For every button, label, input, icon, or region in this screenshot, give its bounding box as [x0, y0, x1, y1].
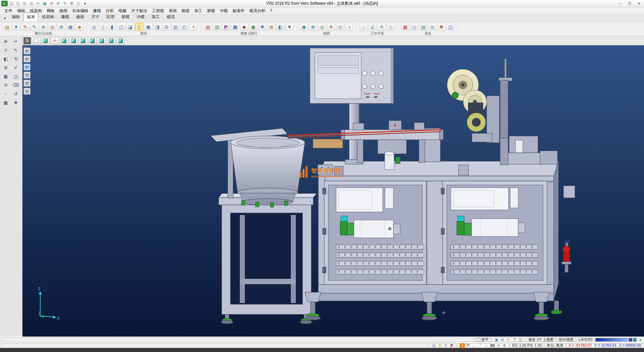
ribbon-icon[interactable]: ◆ — [240, 23, 248, 31]
move-tool-icon[interactable]: ✜ — [1, 37, 10, 45]
tab-建模[interactable]: 建模 — [58, 13, 72, 21]
menu-item-加工[interactable]: 加工 — [192, 7, 205, 14]
render-sphere-icon[interactable]: ● — [638, 338, 643, 342]
color-swatch[interactable] — [629, 338, 632, 342]
viewport-tool-button[interactable]: ▤ — [23, 80, 31, 87]
control-monitor[interactable] — [310, 48, 393, 103]
ribbon-icon[interactable]: ✛ — [327, 23, 335, 31]
menu-item-标准件[interactable]: 标准件 — [230, 7, 247, 14]
color-swatch[interactable] — [633, 338, 637, 342]
box-tool-icon[interactable]: ▫ — [1, 90, 10, 98]
iso-view-button[interactable] — [98, 37, 106, 44]
iso-view-button[interactable] — [116, 37, 125, 44]
left-cabinet-door[interactable] — [323, 181, 426, 284]
3d-viewport[interactable]: Z X ▤▤▤▤▤▤ 智造资料网 — [22, 45, 644, 337]
ribbon-icon[interactable]: ◨ — [153, 23, 161, 31]
open-file-icon[interactable]: ⎗ — [15, 1, 21, 6]
two-views-icon[interactable]: ② — [1, 81, 10, 89]
ime-punct[interactable]: 。 — [472, 343, 477, 348]
new-file-icon[interactable]: ❏ — [8, 1, 14, 6]
snap-tool-icon[interactable]: ❖ — [11, 98, 20, 106]
delete-tool-icon[interactable]: ⌫ — [11, 81, 20, 89]
ribbon-icon[interactable]: ⊞ — [428, 23, 436, 31]
tab-曲面[interactable]: 曲面 — [73, 13, 88, 21]
layer-color-bar[interactable] — [595, 338, 628, 342]
iso-view-button[interactable] — [69, 37, 78, 44]
undo-icon[interactable]: ⟲ — [48, 1, 55, 6]
ribbon-icon[interactable]: ▦ — [401, 23, 409, 31]
tab-标准[interactable]: 标准 — [23, 13, 38, 21]
undo-view-icon[interactable]: ↺ — [11, 90, 20, 98]
ribbon-icon[interactable]: ✎ — [30, 23, 38, 31]
ribbon-icon[interactable]: ◎ — [318, 23, 326, 31]
ribbon-icon[interactable]: ⊕ — [39, 23, 47, 31]
rotate-ccw-icon[interactable]: ⟲ — [11, 55, 20, 63]
ribbon-icon[interactable]: ◻ — [410, 23, 418, 31]
menu-item-塑模[interactable]: 塑模 — [205, 7, 217, 14]
trim-tool-icon[interactable]: ✂ — [11, 37, 20, 45]
ribbon-icon[interactable]: ◧ — [276, 23, 284, 31]
viewport-tool-button[interactable]: ▤ — [23, 63, 31, 71]
menu-item-模流分析[interactable]: 模流分析 — [247, 7, 268, 14]
tab-塑模[interactable]: 塑模 — [118, 13, 133, 21]
ribbon-icon[interactable]: ✛ — [378, 23, 386, 31]
viewport-canvas[interactable]: Z X — [22, 45, 644, 337]
ribbon-icon[interactable]: ⊕ — [309, 23, 317, 31]
tape-reel-unit[interactable] — [447, 59, 512, 165]
status-settings-icon[interactable]: ⚙ — [500, 338, 505, 342]
status2-palette-icon[interactable]: ◩ — [449, 343, 454, 348]
ribbon-icon[interactable]: ⊟ — [162, 23, 170, 31]
visi-logo[interactable]: V — [1, 1, 8, 6]
status2-doc-icon[interactable]: ▤ — [431, 343, 436, 348]
view-menu-button[interactable]: ☰ — [23, 37, 31, 44]
ribbon-icon[interactable]: ∠ — [369, 23, 377, 31]
viewport-tool-button[interactable]: ▤ — [23, 55, 31, 62]
snap-lock-toggle[interactable]: 拴牢 — [475, 338, 491, 342]
ribbon-icon[interactable]: ✎ — [21, 23, 29, 31]
ribbon-icon[interactable]: ◩ — [222, 23, 230, 31]
ribbon-icon[interactable]: ⊞ — [267, 23, 275, 31]
sketch-tool-icon[interactable]: ✎ — [11, 46, 20, 54]
ribbon-icon[interactable]: ◰ — [180, 23, 189, 31]
status2-mail-icon[interactable]: ✉ — [437, 343, 442, 348]
tab-尺寸[interactable]: 尺寸 — [88, 13, 103, 21]
status-help-icon[interactable]: ? — [512, 338, 517, 342]
half-view-icon[interactable]: ◧ — [1, 55, 10, 63]
tab-线架构[interactable]: 线架构 — [39, 13, 57, 21]
tab-加工[interactable]: 加工 — [148, 13, 163, 21]
right-cabinet-door[interactable] — [441, 181, 547, 284]
viewport-tool-button[interactable]: ▤ — [23, 88, 31, 95]
ribbon-icon[interactable]: ◪ — [126, 23, 134, 31]
edit-icon[interactable]: ✎ — [62, 1, 68, 6]
ribbon-icon[interactable]: ✦ — [190, 23, 198, 31]
ribbon-icon[interactable]: ▨ — [213, 23, 221, 31]
close-button[interactable]: ✕ — [634, 0, 644, 7]
ime-settings[interactable]: ⚙ — [502, 343, 507, 348]
save-file-icon[interactable]: ⎘ — [21, 1, 28, 6]
mesh-tool-icon[interactable]: ▦ — [1, 72, 10, 80]
iso-view-button[interactable] — [88, 37, 97, 44]
ribbon-icon[interactable]: ⊞ — [57, 23, 65, 31]
iso-view-button[interactable] — [41, 37, 50, 44]
ribbon-icon[interactable]: ▯ — [99, 23, 107, 31]
layer-selector[interactable]: LAYER0 — [577, 338, 594, 342]
ribbon-icon[interactable]: ▧ — [204, 23, 212, 31]
settings-tool-icon[interactable]: ⚙ — [1, 63, 10, 72]
status-display-icon[interactable]: ▣ — [494, 338, 499, 342]
viewport-tool-button[interactable]: ▤ — [23, 72, 31, 79]
ribbon-icon[interactable]: ◑ — [345, 23, 353, 31]
ribbon-icon[interactable]: ◆ — [75, 23, 84, 31]
settings-icon[interactable]: ⚙ — [68, 1, 75, 6]
status-edit-icon[interactable]: ✎ — [506, 338, 511, 342]
ribbon-icon[interactable]: ⊥ — [360, 23, 368, 31]
minimize-button[interactable]: ─ — [615, 0, 625, 7]
tab-list-dropdown[interactable]: ▼ — [1, 15, 8, 21]
tab-冲模[interactable]: 冲模 — [133, 13, 148, 21]
ribbon-icon[interactable]: ▤ — [3, 23, 11, 31]
menu-item-冲模[interactable]: 冲模 — [217, 7, 230, 14]
ribbon-icon[interactable]: ▩ — [231, 23, 239, 31]
ribbon-icon[interactable]: ▣ — [249, 23, 257, 31]
pen-tool-icon[interactable]: ✐ — [11, 63, 20, 72]
grid-tool-icon[interactable]: # — [1, 46, 10, 54]
status2-two-icon[interactable]: ② — [443, 343, 448, 348]
